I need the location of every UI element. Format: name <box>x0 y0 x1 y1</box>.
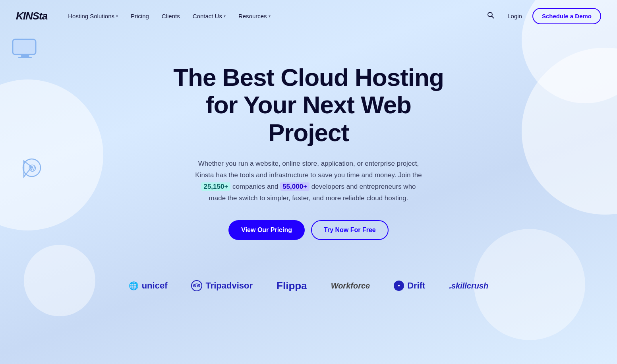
svg-point-10 <box>198 285 199 286</box>
drift-icon <box>394 281 404 291</box>
nav-right: Login Schedule a Demo <box>484 8 601 24</box>
hero-section: The Best Cloud Hosting for Your Next Web… <box>0 32 617 264</box>
nav-links: Hosting Solutions ▾ Pricing Clients Cont… <box>63 10 484 23</box>
tripadvisor-icon <box>191 280 202 291</box>
schedule-demo-button[interactable]: Schedule a Demo <box>532 8 601 24</box>
companies-highlight: 25,150+ <box>201 182 230 191</box>
client-skillcrush: .skillcrush <box>449 281 488 290</box>
dropdown-arrow-resources: ▾ <box>269 14 271 18</box>
page-wrapper: Ⓦ KINSta Hosting Solutions ▾ Pricing Cli… <box>0 0 617 364</box>
nav-resources[interactable]: Resources ▾ <box>234 10 275 23</box>
client-unicef: 🌐 unicef <box>129 281 168 291</box>
svg-line-6 <box>492 16 494 18</box>
svg-point-9 <box>194 285 195 286</box>
logo[interactable]: KINSta <box>16 10 47 22</box>
hero-title: The Best Cloud Hosting for Your Next Web… <box>170 64 448 146</box>
clients-bar: 🌐 unicef Tripadvisor Flippa Workforce <box>0 264 617 304</box>
hero-buttons: View Our Pricing Try Now For Free <box>228 220 388 240</box>
client-workforce: Workforce <box>331 281 370 290</box>
nav-hosting-solutions[interactable]: Hosting Solutions ▾ <box>63 10 123 23</box>
client-flippa: Flippa <box>277 280 307 292</box>
hero-description: Whether you run a website, online store,… <box>193 158 424 204</box>
dropdown-arrow: ▾ <box>116 14 118 18</box>
dropdown-arrow-contact: ▾ <box>224 14 226 18</box>
nav-contact-us[interactable]: Contact Us ▾ <box>188 10 230 23</box>
search-icon <box>487 11 495 19</box>
nav-pricing[interactable]: Pricing <box>126 10 154 23</box>
login-button[interactable]: Login <box>502 10 528 23</box>
try-free-button[interactable]: Try Now For Free <box>311 220 389 240</box>
search-button[interactable] <box>484 9 497 23</box>
view-pricing-button[interactable]: View Our Pricing <box>228 220 305 240</box>
nav-clients[interactable]: Clients <box>157 10 185 23</box>
navbar: KINSta Hosting Solutions ▾ Pricing Clien… <box>0 0 617 32</box>
client-drift: Drift <box>394 281 425 291</box>
client-tripadvisor: Tripadvisor <box>191 280 253 291</box>
developers-highlight: 55,000+ <box>280 182 309 191</box>
